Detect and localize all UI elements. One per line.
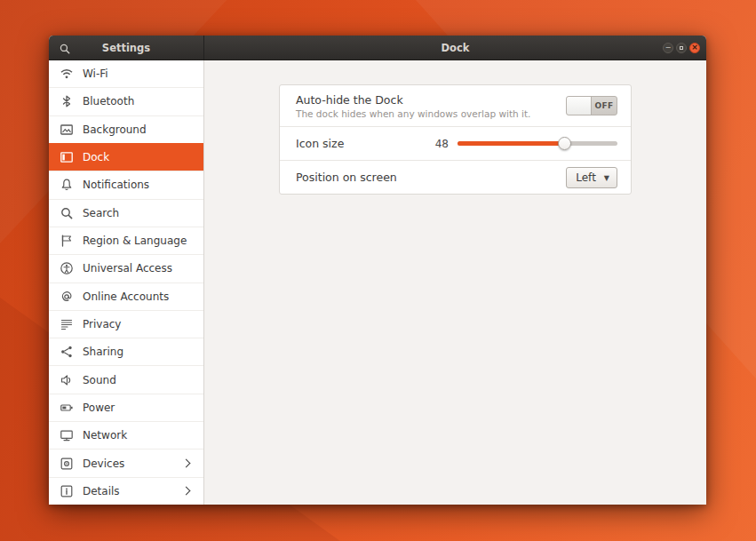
- sidebar-item-label: Search: [83, 207, 119, 219]
- settings-sidebar: Wi-Fi Bluetooth Background Dock Notifica: [49, 60, 204, 505]
- autohide-title: Auto-hide the Dock: [296, 93, 530, 107]
- search-icon[interactable]: [59, 42, 71, 54]
- autohide-row: Auto-hide the Dock The dock hides when a…: [280, 85, 631, 126]
- sidebar-item-wifi[interactable]: Wi-Fi: [49, 60, 203, 87]
- battery-icon: [60, 401, 74, 415]
- window-title: Dock: [442, 42, 470, 54]
- dock-settings-panel: Auto-hide the Dock The dock hides when a…: [204, 60, 706, 505]
- autohide-toggle[interactable]: OFF: [566, 96, 617, 115]
- toggle-state-label: OFF: [592, 97, 617, 115]
- app-title: Settings: [102, 42, 150, 54]
- autohide-subtitle: The dock hides when any windows overlap …: [296, 108, 530, 119]
- info-icon: [60, 484, 74, 498]
- sidebar-item-label: Power: [83, 402, 115, 414]
- sidebar-item-label: Notifications: [83, 179, 149, 191]
- sidebar-item-sharing[interactable]: Sharing: [49, 338, 203, 365]
- network-icon: [60, 428, 74, 442]
- sidebar-item-notifications[interactable]: Notifications: [49, 171, 203, 198]
- sidebar-item-background[interactable]: Background: [49, 115, 203, 143]
- sidebar-item-label: Background: [83, 123, 147, 136]
- sidebar-item-label: Region & Language: [83, 235, 187, 247]
- headerbar-sidebar-section: Settings: [49, 36, 204, 60]
- icon-size-value: 48: [435, 138, 449, 150]
- sidebar-item-label: Details: [83, 485, 120, 497]
- position-dropdown-value: Left: [576, 171, 596, 184]
- bluetooth-icon: [60, 94, 74, 108]
- position-label: Position on screen: [296, 171, 397, 184]
- privacy-blinds-icon: [60, 317, 74, 331]
- settings-window: Settings Dock − × Wi-Fi: [49, 36, 706, 505]
- flag-icon: [60, 234, 74, 248]
- search-icon: [60, 206, 74, 220]
- sidebar-item-bluetooth[interactable]: Bluetooth: [49, 87, 203, 115]
- headerbar: Settings Dock − ×: [49, 36, 706, 60]
- sidebar-item-label: Online Accounts: [83, 290, 169, 303]
- wifi-icon: [60, 67, 74, 81]
- dock-icon: [60, 150, 74, 164]
- icon-size-slider[interactable]: [458, 141, 617, 146]
- toggle-knob: [567, 97, 592, 115]
- chevron-down-icon: ▼: [604, 173, 609, 182]
- sidebar-item-label: Sound: [83, 374, 116, 386]
- online-accounts-icon: [60, 290, 74, 304]
- window-controls: − ×: [663, 36, 700, 60]
- sidebar-item-label: Dock: [83, 151, 109, 163]
- sidebar-item-privacy[interactable]: Privacy: [49, 310, 203, 338]
- minimize-button[interactable]: −: [663, 43, 673, 53]
- universal-access-icon: [60, 261, 74, 275]
- sidebar-item-label: Sharing: [83, 346, 123, 358]
- icon-size-slider-group: 48: [435, 138, 617, 150]
- sidebar-item-label: Universal Access: [83, 262, 172, 274]
- icon-size-row: Icon size 48: [280, 126, 631, 160]
- chevron-right-icon: [182, 459, 191, 468]
- sidebar-item-search[interactable]: Search: [49, 199, 203, 227]
- sidebar-item-region-language[interactable]: Region & Language: [49, 227, 203, 254]
- sidebar-item-dock[interactable]: Dock: [49, 143, 203, 171]
- share-icon: [60, 345, 74, 359]
- chevron-right-icon: [182, 487, 191, 496]
- notifications-icon: [60, 178, 74, 192]
- close-button[interactable]: ×: [689, 43, 700, 53]
- desktop-background: Settings Dock − × Wi-Fi: [0, 0, 756, 541]
- slider-handle[interactable]: [558, 137, 571, 150]
- sidebar-item-details[interactable]: Details: [49, 477, 203, 505]
- speaker-icon: [60, 373, 74, 387]
- sidebar-item-label: Network: [83, 429, 127, 442]
- settings-card: Auto-hide the Dock The dock hides when a…: [279, 84, 632, 195]
- maximize-button[interactable]: [676, 43, 687, 53]
- position-dropdown[interactable]: Left ▼: [566, 167, 617, 188]
- slider-fill: [458, 141, 565, 146]
- sidebar-item-online-accounts[interactable]: Online Accounts: [49, 282, 203, 310]
- headerbar-main-section: Dock − ×: [204, 36, 706, 60]
- position-row: Position on screen Left ▼: [280, 160, 631, 194]
- sidebar-item-devices[interactable]: Devices: [49, 449, 203, 476]
- background-icon: [60, 123, 74, 137]
- sidebar-item-sound[interactable]: Sound: [49, 365, 203, 393]
- window-body: Wi-Fi Bluetooth Background Dock Notifica: [49, 60, 706, 505]
- sidebar-item-label: Wi-Fi: [83, 68, 108, 80]
- sidebar-item-label: Devices: [83, 457, 124, 470]
- sidebar-item-label: Privacy: [83, 318, 121, 330]
- devices-icon: [60, 457, 74, 471]
- sidebar-item-label: Bluetooth: [83, 95, 134, 107]
- sidebar-item-universal-access[interactable]: Universal Access: [49, 254, 203, 282]
- sidebar-item-network[interactable]: Network: [49, 421, 203, 449]
- icon-size-label: Icon size: [296, 137, 344, 150]
- sidebar-item-power[interactable]: Power: [49, 394, 203, 421]
